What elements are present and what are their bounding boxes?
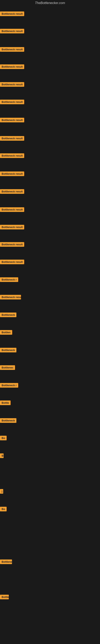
bottleneck-badge: Bottleneck resu xyxy=(0,295,21,300)
bottleneck-item[interactable]: Bottleneck result xyxy=(0,118,24,123)
bottleneck-badge: Bottleneck result xyxy=(0,82,24,87)
bottleneck-item[interactable]: Bottleneck result xyxy=(0,207,24,213)
bottleneck-badge: Bottleneck result xyxy=(0,153,24,158)
bottleneck-badge: Bottleneck xyxy=(0,418,16,423)
bottleneck-badge: Bottleneck xyxy=(0,348,16,352)
bottleneck-item[interactable]: Bottleneck result xyxy=(0,29,24,34)
bottleneck-badge: Bottleneck result xyxy=(0,64,24,69)
bottleneck-badge: | xyxy=(0,489,3,494)
bottleneck-badge: Bottleneck xyxy=(0,595,9,599)
bottleneck-item[interactable]: Bottleneck result xyxy=(0,82,24,88)
bottleneck-item[interactable]: Bottleneck result xyxy=(0,64,24,70)
bottleneck-badge: B xyxy=(0,454,3,458)
bottleneck-item[interactable]: Bottleneck re xyxy=(0,560,12,565)
bottleneck-item[interactable]: Bottleneck result xyxy=(0,47,24,52)
bottleneck-badge: Bottleneck result xyxy=(0,207,24,212)
bottleneck-item[interactable]: Bo xyxy=(0,507,7,512)
bottleneck-item[interactable]: Bottleneck result xyxy=(0,153,24,159)
site-title-bar: TheBottlenecker.com xyxy=(0,0,100,6)
bottleneck-item[interactable]: Bottleneck xyxy=(0,348,16,353)
bottleneck-item[interactable]: Bottleneck r xyxy=(0,383,18,388)
bottleneck-item[interactable]: Bottleneck xyxy=(0,595,9,600)
bottleneck-item[interactable]: Bottleneck result xyxy=(0,12,24,17)
bottleneck-item[interactable]: Bottleneck r xyxy=(0,277,18,283)
bottleneck-badge: Bottleneck result xyxy=(0,189,24,194)
bottleneck-badge: Bottleneck result xyxy=(0,118,24,122)
bottleneck-item[interactable]: Bottleneck result xyxy=(0,189,24,194)
bottleneck-badge: Bottleneck r xyxy=(0,383,18,388)
bottleneck-badge: Bottleneck xyxy=(0,312,16,317)
bottleneck-item[interactable]: Bottleneck result xyxy=(0,242,24,248)
bottleneck-item[interactable]: Bottleneck result xyxy=(0,100,24,105)
bottleneck-item[interactable]: Bottleneck xyxy=(0,418,16,424)
bottleneck-badge: Bottleneck result xyxy=(0,47,24,52)
site-title: TheBottlenecker.com xyxy=(35,0,65,6)
bottleneck-item[interactable]: Bottleneck result xyxy=(0,260,24,265)
bottleneck-item[interactable]: Bottlen xyxy=(0,330,12,336)
bottleneck-item[interactable]: Bottleneck xyxy=(0,312,16,318)
bottleneck-badge: Bo xyxy=(0,436,7,440)
bottleneck-badge: Bottlen xyxy=(0,330,12,335)
bottleneck-badge: Bottlenec xyxy=(0,365,15,370)
bottleneck-badge: Bottleneck result xyxy=(0,172,24,176)
bottleneck-item[interactable]: Bottleneck result xyxy=(0,136,24,142)
bottleneck-badge: Bottleneck result xyxy=(0,100,24,104)
bottleneck-item[interactable]: Bottlenec xyxy=(0,365,15,371)
bottleneck-item[interactable]: Bottleneck result xyxy=(0,172,24,177)
bottleneck-badge: Bottleneck result xyxy=(0,225,24,230)
bottleneck-badge: Bottleneck result xyxy=(0,136,24,141)
bottleneck-badge: Bottleneck result xyxy=(0,242,24,247)
bottleneck-badge: Bottleneck result xyxy=(0,29,24,34)
bottleneck-item[interactable]: Bottleneck result xyxy=(0,225,24,230)
bottleneck-badge: Bottleneck re xyxy=(0,560,12,564)
bottleneck-item[interactable]: Bottle xyxy=(0,400,11,406)
bottleneck-item[interactable]: Bottleneck resu xyxy=(0,295,21,300)
bottleneck-badge: Bottleneck result xyxy=(0,12,24,16)
bottleneck-item[interactable]: B xyxy=(0,454,3,459)
bottleneck-item[interactable]: Bo xyxy=(0,436,7,441)
bottleneck-badge: Bottleneck r xyxy=(0,277,18,282)
bottleneck-badge: Bottle xyxy=(0,400,11,405)
bottleneck-badge: Bottleneck result xyxy=(0,260,24,264)
bottleneck-item[interactable]: | xyxy=(0,489,3,494)
bottleneck-badge: Bo xyxy=(0,507,7,512)
